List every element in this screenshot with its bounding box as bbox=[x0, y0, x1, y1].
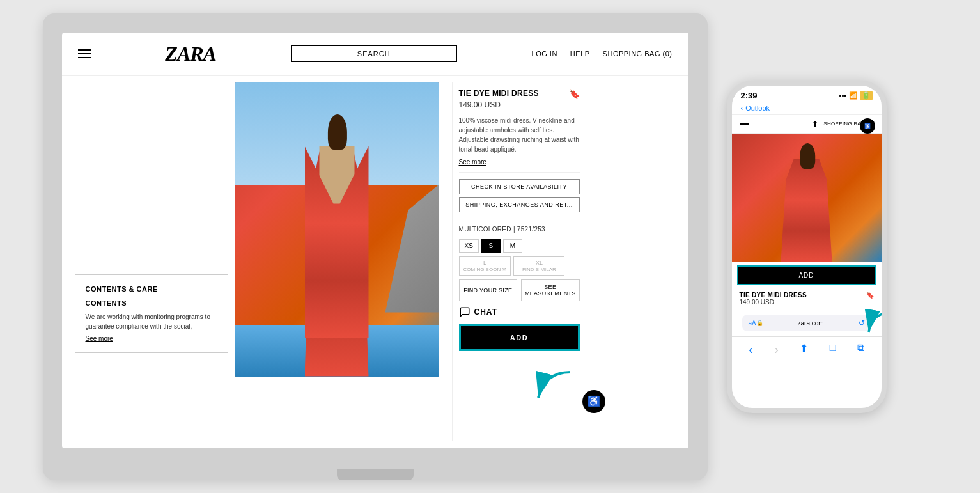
phone-hamburger-menu[interactable] bbox=[740, 119, 749, 130]
phone-header: ⬆ SHOPPING BAG (0) bbox=[732, 115, 882, 134]
product-image-area bbox=[235, 82, 439, 441]
size-l[interactable]: LCOMING SOON ✉ bbox=[459, 256, 511, 276]
phone-share-btn[interactable]: ⬆ bbox=[800, 342, 808, 357]
help-link[interactable]: HELP bbox=[570, 50, 590, 58]
size-grid: XS S M bbox=[459, 239, 580, 253]
phone-screen: 2:39 ▪▪▪ 📶 🔋 ‹ Outlook ⬆ SHOPPIN bbox=[732, 86, 882, 408]
teal-arrow-laptop bbox=[525, 359, 577, 413]
search-bar[interactable]: SEARCH bbox=[291, 45, 457, 62]
shipping-btn[interactable]: SHIPPING, EXCHANGES AND RET... bbox=[459, 197, 580, 212]
product-description: 100% viscose midi dress. V-neckline and … bbox=[459, 116, 580, 154]
phone-product-title: TIE DYE MIDI DRESS bbox=[740, 292, 807, 299]
care-description: We are working with monitoring programs … bbox=[86, 312, 217, 331]
battery-icon: 🔋 bbox=[860, 91, 873, 100]
laptop-notch bbox=[337, 469, 414, 480]
phone-url-bar: aA 🔒 zara.com ↺ bbox=[742, 315, 871, 331]
laptop-device: ZARA SEARCH LOG IN HELP SHOPPING BAG (0)… bbox=[43, 13, 708, 480]
color-info: MULTICOLORED | 7521/253 bbox=[459, 226, 580, 233]
phone-tabs-btn[interactable]: ⧉ bbox=[857, 342, 864, 357]
phone-status-bar: 2:39 ▪▪▪ 📶 🔋 bbox=[732, 86, 882, 102]
bookmark-icon[interactable]: 🔖 bbox=[569, 89, 580, 99]
phone-status-icons: ▪▪▪ 📶 🔋 bbox=[839, 91, 873, 100]
phone-back-nav[interactable]: ‹ Outlook bbox=[732, 102, 882, 115]
teal-arrow-phone bbox=[859, 303, 887, 344]
chat-button[interactable]: CHAT bbox=[459, 306, 580, 318]
wifi-icon: 📶 bbox=[849, 91, 858, 100]
zara-logo: ZARA bbox=[165, 42, 216, 66]
action-buttons: FIND YOUR SIZE SEE MEASUREMENTS bbox=[459, 279, 580, 301]
product-title: TIE DYE MIDI DRESS bbox=[459, 89, 539, 98]
phone-forward-btn[interactable]: › bbox=[774, 342, 779, 357]
product-image bbox=[235, 82, 439, 377]
size-s[interactable]: S bbox=[481, 239, 501, 253]
phone-share-icon[interactable]: ⬆ bbox=[812, 120, 818, 129]
phone-product-price: 149.00 USD bbox=[740, 299, 874, 306]
care-title: CONTENTS & CARE bbox=[86, 285, 217, 293]
shopping-bag-link[interactable]: SHOPPING BAG (0) bbox=[603, 50, 673, 58]
phone-url[interactable]: zara.com bbox=[763, 320, 859, 327]
left-panel: CONTENTS & CARE CONTENTS We are working … bbox=[75, 82, 228, 441]
signal-icon: ▪▪▪ bbox=[839, 91, 847, 99]
size-grid-row2: LCOMING SOON ✉ XLFIND SIMILAR bbox=[459, 256, 580, 276]
phone-accessibility-button[interactable]: ♿ bbox=[860, 118, 875, 134]
care-box: CONTENTS & CARE CONTENTS We are working … bbox=[75, 274, 228, 353]
phone-time: 2:39 bbox=[741, 91, 758, 100]
care-subtitle: CONTENTS bbox=[86, 299, 217, 307]
phone-bookmarks-btn[interactable]: □ bbox=[830, 342, 836, 357]
search-label: SEARCH bbox=[357, 50, 391, 58]
phone-lock-icon: 🔒 bbox=[756, 320, 763, 326]
phone-back-btn[interactable]: ‹ bbox=[749, 342, 753, 357]
site-header: ZARA SEARCH LOG IN HELP SHOPPING BAG (0) bbox=[62, 33, 688, 76]
phone-aa[interactable]: aA bbox=[749, 320, 756, 327]
find-size-btn[interactable]: FIND YOUR SIZE bbox=[459, 279, 518, 301]
size-m[interactable]: M bbox=[503, 239, 522, 253]
accessibility-button[interactable]: ♿ bbox=[582, 390, 605, 413]
phone-product-image: ♿ bbox=[732, 134, 882, 262]
back-app-label: Outlook bbox=[745, 104, 770, 112]
add-to-bag-btn[interactable]: ADD bbox=[459, 324, 580, 351]
size-xl[interactable]: XLFIND SIMILAR bbox=[513, 256, 564, 276]
size-xs[interactable]: XS bbox=[459, 239, 479, 253]
hamburger-menu[interactable] bbox=[78, 49, 91, 58]
header-nav: LOG IN HELP SHOPPING BAG (0) bbox=[532, 50, 673, 58]
product-see-more[interactable]: See more bbox=[459, 159, 486, 166]
check-store-btn[interactable]: CHECK IN-STORE AVAILABILITY bbox=[459, 179, 580, 194]
product-price: 149.00 USD bbox=[459, 100, 580, 109]
phone-accessibility-icon: ♿ bbox=[864, 123, 871, 129]
back-arrow-icon: ‹ bbox=[741, 104, 743, 112]
care-see-more[interactable]: See more bbox=[86, 335, 217, 342]
phone-bookmark-icon[interactable]: 🔖 bbox=[866, 292, 874, 299]
main-scene: ZARA SEARCH LOG IN HELP SHOPPING BAG (0)… bbox=[43, 13, 938, 480]
laptop-screen: ZARA SEARCH LOG IN HELP SHOPPING BAG (0)… bbox=[62, 33, 688, 448]
chat-icon bbox=[459, 306, 471, 318]
accessibility-icon: ♿ bbox=[587, 395, 600, 407]
phone-device: 2:39 ▪▪▪ 📶 🔋 ‹ Outlook ⬆ SHOPPIN bbox=[727, 81, 887, 413]
measurements-btn[interactable]: SEE MEASUREMENTS bbox=[521, 279, 580, 301]
phone-browser-bar: aA 🔒 zara.com ↺ bbox=[737, 312, 876, 334]
chat-label: CHAT bbox=[474, 308, 497, 317]
phone-add-btn[interactable]: ADD bbox=[737, 265, 876, 285]
login-link[interactable]: LOG IN bbox=[532, 50, 557, 58]
